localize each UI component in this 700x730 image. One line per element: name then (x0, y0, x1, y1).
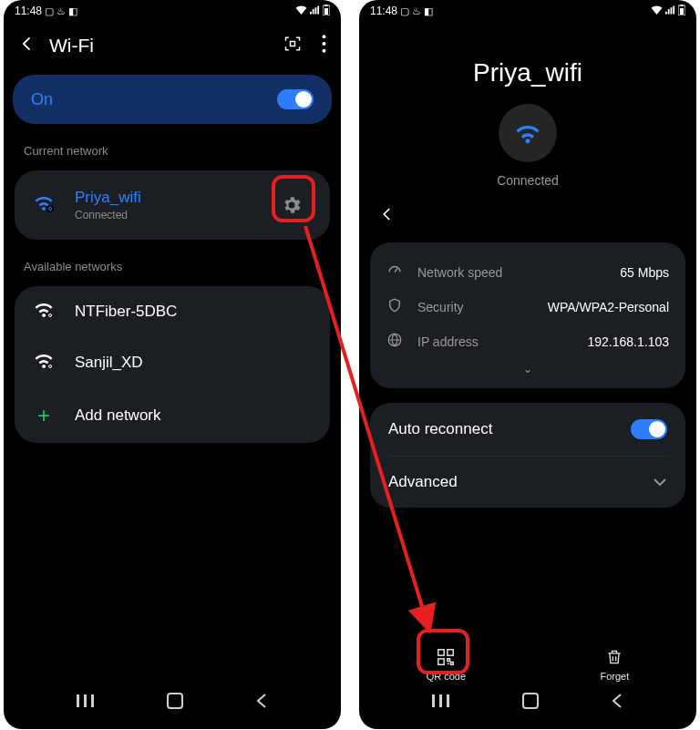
signal-icon (665, 5, 675, 16)
advanced-row[interactable]: Advanced (370, 457, 685, 508)
current-status: Connected (75, 209, 272, 221)
more-icon[interactable] (322, 35, 326, 57)
wifi-status-icon (295, 5, 307, 16)
available-network-row[interactable]: Sanjil_XD (15, 337, 330, 388)
svg-rect-15 (680, 8, 684, 15)
back-button[interactable] (18, 35, 36, 57)
page-title: Wi-Fi (49, 35, 271, 57)
forget-label: Forget (601, 671, 630, 682)
chevron-down-icon (653, 473, 667, 491)
forget-button[interactable]: Forget (601, 647, 630, 682)
section-current-label: Current network (4, 129, 341, 165)
expand-icon[interactable]: ⌄ (386, 359, 669, 375)
svg-point-6 (323, 49, 326, 53)
section-available-label: Available networks (4, 245, 341, 281)
svg-rect-22 (439, 694, 442, 707)
add-network-row[interactable]: + Add network (15, 388, 330, 443)
current-network-card: Priya_wifi Connected (15, 170, 330, 240)
network-title: Priya_wifi (359, 58, 696, 87)
shield-icon (386, 297, 405, 317)
wifi-status-icon (651, 5, 663, 16)
ip-value: 192.168.1.103 (587, 334, 669, 349)
svg-rect-3 (291, 42, 295, 46)
status-bar: 11:48 ▢ ♨ ◧ (359, 0, 696, 22)
auto-reconnect-label: Auto reconnect (388, 420, 492, 438)
speed-row: Network speed 65 Mbps (386, 255, 669, 290)
wifi-toggle-row[interactable]: On (13, 75, 332, 124)
svg-rect-2 (325, 5, 328, 6)
back-button[interactable] (379, 210, 396, 225)
svg-rect-13 (168, 694, 182, 708)
current-network-row[interactable]: Priya_wifi Connected (15, 170, 330, 240)
scan-qr-icon[interactable] (283, 35, 302, 57)
svg-rect-10 (77, 694, 79, 707)
svg-point-5 (323, 42, 326, 46)
svg-rect-21 (432, 694, 435, 707)
auto-reconnect-switch[interactable] (631, 419, 667, 439)
wifi-switch[interactable] (277, 89, 314, 109)
ip-label: IP address (417, 334, 574, 349)
gallery-icon: ▢ (45, 5, 54, 17)
qr-code-button[interactable]: QR code (427, 647, 466, 682)
speed-icon (386, 262, 405, 283)
connection-status: Connected (497, 173, 559, 188)
home-button[interactable] (522, 693, 539, 713)
notif-icon-2: ◧ (424, 5, 433, 17)
recents-button[interactable] (77, 694, 95, 711)
svg-rect-11 (84, 694, 87, 707)
gear-icon[interactable] (272, 185, 312, 225)
gallery-icon: ▢ (400, 5, 409, 17)
svg-rect-24 (523, 694, 538, 708)
svg-point-7 (46, 205, 54, 212)
notif-icon: ♨ (412, 5, 421, 17)
plus-icon: + (33, 403, 55, 428)
notif-icon-2: ◧ (68, 5, 77, 17)
nav-bar (4, 684, 341, 722)
recents-button[interactable] (432, 694, 450, 711)
svg-rect-18 (438, 650, 444, 655)
svg-rect-19 (448, 650, 453, 655)
speed-label: Network speed (417, 265, 607, 280)
svg-rect-1 (324, 8, 328, 15)
nav-bar (359, 684, 696, 722)
wifi-toggle-label: On (31, 90, 53, 109)
speed-value: 65 Mbps (620, 265, 669, 280)
status-bar: 11:48 ▢ ♨ ◧ (4, 0, 341, 22)
signal-icon (310, 5, 320, 16)
svg-point-8 (46, 312, 54, 319)
available-network-row[interactable]: NTFiber-5DBC (15, 286, 330, 337)
wifi-icon (33, 352, 55, 374)
auto-reconnect-row[interactable]: Auto reconnect (370, 403, 685, 456)
wifi-settings-screen: 11:48 ▢ ♨ ◧ Wi-Fi (4, 0, 341, 729)
security-label: Security (417, 300, 535, 314)
svg-point-9 (46, 363, 54, 370)
globe-icon (386, 332, 405, 352)
svg-rect-23 (447, 694, 449, 707)
notif-icon: ♨ (57, 5, 66, 17)
svg-point-4 (323, 35, 326, 38)
status-time: 11:48 (15, 5, 42, 17)
current-ssid: Priya_wifi (75, 189, 272, 207)
ssid: Sanjil_XD (75, 354, 312, 372)
qr-code-label: QR code (427, 671, 466, 682)
battery-icon (323, 5, 330, 17)
battery-icon (678, 5, 685, 17)
add-network-label: Add network (75, 406, 312, 425)
back-nav-button[interactable] (611, 694, 623, 712)
wifi-icon (33, 194, 55, 216)
status-time: 11:48 (370, 5, 397, 17)
security-value: WPA/WPA2-Personal (548, 300, 669, 314)
back-nav-button[interactable] (255, 694, 268, 712)
svg-rect-16 (681, 5, 684, 6)
wifi-icon (33, 301, 55, 323)
available-networks-card: NTFiber-5DBC Sanjil_XD + Add network (15, 286, 330, 443)
ssid: NTFiber-5DBC (75, 303, 312, 321)
svg-rect-12 (91, 694, 94, 707)
home-button[interactable] (167, 693, 183, 713)
wifi-hero-icon (499, 104, 557, 162)
advanced-label: Advanced (388, 473, 458, 491)
ip-row: IP address 192.168.1.103 (386, 324, 669, 359)
details-card: Network speed 65 Mbps Security WPA/WPA2-… (370, 242, 685, 388)
header: Wi-Fi (4, 22, 341, 69)
svg-rect-20 (438, 659, 444, 664)
